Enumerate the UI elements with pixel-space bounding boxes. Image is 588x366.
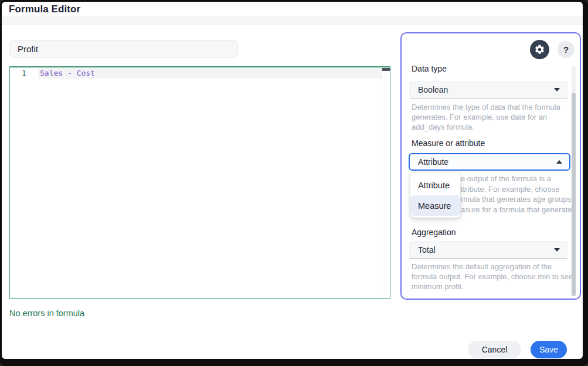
editor-scroll-thumb[interactable] [382,68,390,71]
panel-scrollbar-thumb[interactable] [572,93,576,296]
chevron-up-icon [556,160,562,164]
dropdown-option-attribute[interactable]: Attribute [410,175,460,195]
screenshot-frame: Formula Editor 1 Sales - Cost No errors … [0,0,588,366]
measure-or-attribute-value: Attribute [418,157,556,167]
formula-name-input[interactable] [9,40,238,58]
header-divider-band [2,16,583,25]
aggregation-label: Aggregation [412,228,456,237]
gear-icon [534,44,545,55]
measure-or-attribute-dropdown-menu: Attribute Measure [410,173,460,218]
data-type-label: Data type [412,64,447,73]
formula-editor-dialog: Formula Editor 1 Sales - Cost No errors … [2,2,583,359]
help-button[interactable]: ? [558,41,575,58]
code-token-operator: - [67,69,72,77]
save-button[interactable]: Save [531,341,567,358]
page-title: Formula Editor [9,4,80,15]
chevron-down-icon [554,248,560,252]
aggregation-description: Determines the default aggregation of th… [412,262,573,292]
code-token-right: Cost [77,69,95,77]
status-message: No errors in formula [9,309,84,318]
formula-code-line[interactable]: Sales - Cost [40,69,95,77]
measure-or-attribute-select[interactable]: Attribute [409,153,570,171]
dropdown-option-measure[interactable]: Measure [410,195,460,216]
measure-or-attribute-description-partial: e output of the formula is a ttribute. F… [461,174,576,215]
aggregation-value: Total [418,245,554,255]
line-number: 1 [22,69,26,77]
formula-settings-panel: ? Data type Boolean Determines the type … [400,32,581,300]
aggregation-select[interactable]: Total [409,241,567,259]
question-mark-icon: ? [563,45,569,55]
chevron-down-icon [554,88,560,92]
data-type-select[interactable]: Boolean [409,81,567,99]
code-token-left: Sales [40,69,63,77]
data-type-value: Boolean [418,85,554,94]
data-type-description: Determines the type of data that the for… [412,102,560,132]
settings-gear-button[interactable] [530,40,549,59]
cancel-button[interactable]: Cancel [468,341,521,358]
measure-or-attribute-label: Measure or attribute [412,138,485,148]
editor-overview-ruler[interactable] [382,67,390,298]
formula-code-editor[interactable]: 1 Sales - Cost [9,66,390,299]
